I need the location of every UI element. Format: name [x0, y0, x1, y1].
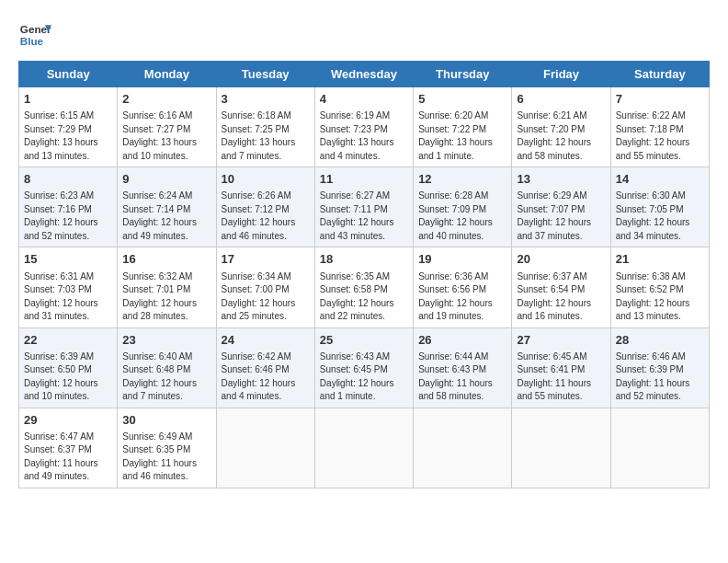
- day-info: Sunrise: 6:32 AM Sunset: 7:01 PM Dayligh…: [122, 270, 210, 324]
- calendar-cell: 2Sunrise: 6:16 AM Sunset: 7:27 PM Daylig…: [118, 87, 216, 167]
- calendar-cell: 18Sunrise: 6:35 AM Sunset: 6:58 PM Dayli…: [314, 247, 413, 327]
- calendar-week-row: 8Sunrise: 6:23 AM Sunset: 7:16 PM Daylig…: [19, 167, 710, 247]
- day-info: Sunrise: 6:44 AM Sunset: 6:43 PM Dayligh…: [418, 350, 506, 404]
- day-number: 11: [320, 171, 408, 188]
- weekday-header-row: SundayMondayTuesdayWednesdayThursdayFrid…: [19, 62, 710, 87]
- day-info: Sunrise: 6:39 AM Sunset: 6:50 PM Dayligh…: [24, 350, 112, 404]
- calendar-cell: 6Sunrise: 6:21 AM Sunset: 7:20 PM Daylig…: [512, 87, 610, 167]
- day-info: Sunrise: 6:21 AM Sunset: 7:20 PM Dayligh…: [517, 109, 605, 163]
- calendar-cell: 16Sunrise: 6:32 AM Sunset: 7:01 PM Dayli…: [118, 247, 216, 327]
- calendar-week-row: 29Sunrise: 6:47 AM Sunset: 6:37 PM Dayli…: [19, 408, 710, 488]
- calendar-cell: 30Sunrise: 6:49 AM Sunset: 6:35 PM Dayli…: [118, 408, 216, 488]
- calendar-cell: 27Sunrise: 6:45 AM Sunset: 6:41 PM Dayli…: [512, 327, 610, 408]
- calendar-cell: [216, 408, 314, 488]
- day-number: 9: [122, 171, 210, 188]
- day-info: Sunrise: 6:15 AM Sunset: 7:29 PM Dayligh…: [24, 109, 112, 163]
- day-number: 17: [222, 251, 310, 268]
- day-number: 1: [24, 91, 112, 108]
- day-number: 23: [122, 332, 210, 349]
- day-info: Sunrise: 6:27 AM Sunset: 7:11 PM Dayligh…: [320, 190, 408, 243]
- day-number: 3: [222, 91, 310, 108]
- calendar-cell: 10Sunrise: 6:26 AM Sunset: 7:12 PM Dayli…: [216, 167, 314, 247]
- calendar-cell: 24Sunrise: 6:42 AM Sunset: 6:46 PM Dayli…: [216, 327, 314, 408]
- weekday-header: Thursday: [414, 62, 512, 87]
- calendar-cell: 17Sunrise: 6:34 AM Sunset: 7:00 PM Dayli…: [216, 247, 314, 327]
- day-info: Sunrise: 6:22 AM Sunset: 7:18 PM Dayligh…: [616, 109, 704, 163]
- day-number: 7: [616, 91, 704, 108]
- day-info: Sunrise: 6:37 AM Sunset: 6:54 PM Dayligh…: [517, 270, 605, 324]
- calendar-cell: [610, 408, 709, 488]
- page-header: General Blue: [18, 18, 710, 52]
- day-info: Sunrise: 6:38 AM Sunset: 6:52 PM Dayligh…: [616, 270, 704, 324]
- calendar-cell: 8Sunrise: 6:23 AM Sunset: 7:16 PM Daylig…: [19, 167, 118, 247]
- day-number: 22: [24, 332, 112, 349]
- day-number: 13: [517, 171, 605, 188]
- day-number: 2: [122, 91, 210, 108]
- day-info: Sunrise: 6:19 AM Sunset: 7:23 PM Dayligh…: [320, 109, 408, 163]
- calendar-cell: 23Sunrise: 6:40 AM Sunset: 6:48 PM Dayli…: [118, 327, 216, 408]
- day-info: Sunrise: 6:34 AM Sunset: 7:00 PM Dayligh…: [222, 270, 310, 324]
- calendar-table: SundayMondayTuesdayWednesdayThursdayFrid…: [18, 61, 710, 488]
- svg-text:Blue: Blue: [20, 35, 44, 47]
- calendar-cell: [414, 408, 512, 488]
- day-number: 12: [418, 171, 506, 188]
- day-info: Sunrise: 6:46 AM Sunset: 6:39 PM Dayligh…: [616, 350, 704, 404]
- calendar-cell: 28Sunrise: 6:46 AM Sunset: 6:39 PM Dayli…: [610, 327, 709, 408]
- day-number: 16: [122, 251, 210, 268]
- day-number: 14: [616, 171, 704, 188]
- day-info: Sunrise: 6:30 AM Sunset: 7:05 PM Dayligh…: [616, 190, 704, 243]
- day-info: Sunrise: 6:47 AM Sunset: 6:37 PM Dayligh…: [24, 431, 112, 484]
- day-number: 15: [24, 251, 112, 268]
- calendar-cell: 11Sunrise: 6:27 AM Sunset: 7:11 PM Dayli…: [314, 167, 413, 247]
- day-info: Sunrise: 6:31 AM Sunset: 7:03 PM Dayligh…: [24, 270, 112, 324]
- logo: General Blue: [18, 18, 51, 52]
- calendar-cell: 21Sunrise: 6:38 AM Sunset: 6:52 PM Dayli…: [610, 247, 709, 327]
- day-info: Sunrise: 6:24 AM Sunset: 7:14 PM Dayligh…: [122, 190, 210, 243]
- day-info: Sunrise: 6:26 AM Sunset: 7:12 PM Dayligh…: [222, 190, 310, 243]
- day-number: 24: [222, 332, 310, 349]
- day-number: 21: [616, 251, 704, 268]
- day-number: 26: [418, 332, 506, 349]
- calendar-cell: 15Sunrise: 6:31 AM Sunset: 7:03 PM Dayli…: [19, 247, 118, 327]
- weekday-header: Tuesday: [216, 62, 314, 87]
- calendar-cell: 22Sunrise: 6:39 AM Sunset: 6:50 PM Dayli…: [19, 327, 118, 408]
- day-number: 18: [320, 251, 408, 268]
- day-number: 28: [616, 332, 704, 349]
- day-number: 19: [418, 251, 506, 268]
- calendar-cell: 19Sunrise: 6:36 AM Sunset: 6:56 PM Dayli…: [414, 247, 512, 327]
- day-number: 29: [24, 412, 112, 429]
- day-info: Sunrise: 6:35 AM Sunset: 6:58 PM Dayligh…: [320, 270, 408, 324]
- weekday-header: Sunday: [19, 62, 118, 87]
- day-info: Sunrise: 6:20 AM Sunset: 7:22 PM Dayligh…: [418, 109, 506, 163]
- svg-text:General: General: [20, 23, 51, 35]
- calendar-cell: [512, 408, 610, 488]
- day-info: Sunrise: 6:43 AM Sunset: 6:45 PM Dayligh…: [320, 350, 408, 404]
- calendar-cell: 25Sunrise: 6:43 AM Sunset: 6:45 PM Dayli…: [314, 327, 413, 408]
- day-info: Sunrise: 6:28 AM Sunset: 7:09 PM Dayligh…: [418, 190, 506, 243]
- day-number: 5: [418, 91, 506, 108]
- calendar-cell: 29Sunrise: 6:47 AM Sunset: 6:37 PM Dayli…: [19, 408, 118, 488]
- calendar-cell: 7Sunrise: 6:22 AM Sunset: 7:18 PM Daylig…: [610, 87, 709, 167]
- day-number: 4: [320, 91, 408, 108]
- day-info: Sunrise: 6:42 AM Sunset: 6:46 PM Dayligh…: [222, 350, 310, 404]
- calendar-cell: 13Sunrise: 6:29 AM Sunset: 7:07 PM Dayli…: [512, 167, 610, 247]
- calendar-cell: 4Sunrise: 6:19 AM Sunset: 7:23 PM Daylig…: [314, 87, 413, 167]
- calendar-cell: 1Sunrise: 6:15 AM Sunset: 7:29 PM Daylig…: [19, 87, 118, 167]
- weekday-header: Saturday: [610, 62, 709, 87]
- calendar-cell: 5Sunrise: 6:20 AM Sunset: 7:22 PM Daylig…: [414, 87, 512, 167]
- day-number: 30: [122, 412, 210, 429]
- calendar-cell: 12Sunrise: 6:28 AM Sunset: 7:09 PM Dayli…: [414, 167, 512, 247]
- calendar-cell: [314, 408, 413, 488]
- day-info: Sunrise: 6:40 AM Sunset: 6:48 PM Dayligh…: [122, 350, 210, 404]
- calendar-cell: 26Sunrise: 6:44 AM Sunset: 6:43 PM Dayli…: [414, 327, 512, 408]
- day-info: Sunrise: 6:36 AM Sunset: 6:56 PM Dayligh…: [418, 270, 506, 324]
- calendar-cell: 3Sunrise: 6:18 AM Sunset: 7:25 PM Daylig…: [216, 87, 314, 167]
- calendar-week-row: 22Sunrise: 6:39 AM Sunset: 6:50 PM Dayli…: [19, 327, 710, 408]
- day-info: Sunrise: 6:29 AM Sunset: 7:07 PM Dayligh…: [517, 190, 605, 243]
- calendar-cell: 14Sunrise: 6:30 AM Sunset: 7:05 PM Dayli…: [610, 167, 709, 247]
- day-number: 10: [222, 171, 310, 188]
- day-info: Sunrise: 6:23 AM Sunset: 7:16 PM Dayligh…: [24, 190, 112, 243]
- calendar-week-row: 1Sunrise: 6:15 AM Sunset: 7:29 PM Daylig…: [19, 87, 710, 167]
- weekday-header: Monday: [118, 62, 216, 87]
- weekday-header: Friday: [512, 62, 610, 87]
